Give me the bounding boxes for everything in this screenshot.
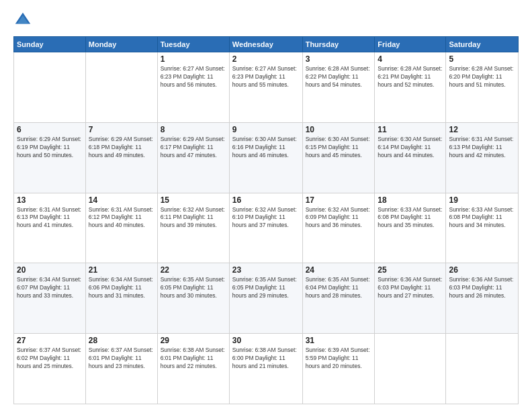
calendar-cell: [375, 334, 446, 404]
day-info: Sunrise: 6:29 AM Sunset: 6:17 PM Dayligh…: [161, 136, 226, 160]
calendar-cell: 5Sunrise: 6:28 AM Sunset: 6:20 PM Daylig…: [446, 52, 519, 123]
logo-icon: [13, 11, 32, 30]
day-info: Sunrise: 6:33 AM Sunset: 6:08 PM Dayligh…: [449, 206, 515, 230]
day-info: Sunrise: 6:31 AM Sunset: 6:12 PM Dayligh…: [89, 206, 154, 230]
col-header-monday: Monday: [85, 37, 157, 52]
day-number: 14: [89, 195, 154, 205]
day-number: 17: [306, 195, 372, 205]
day-info: Sunrise: 6:32 AM Sunset: 6:11 PM Dayligh…: [161, 206, 226, 230]
calendar-cell: 1Sunrise: 6:27 AM Sunset: 6:23 PM Daylig…: [157, 52, 229, 123]
col-header-saturday: Saturday: [446, 37, 519, 52]
day-info: Sunrise: 6:28 AM Sunset: 6:21 PM Dayligh…: [378, 65, 443, 89]
day-info: Sunrise: 6:32 AM Sunset: 6:09 PM Dayligh…: [306, 206, 372, 230]
calendar-cell: 14Sunrise: 6:31 AM Sunset: 6:12 PM Dayli…: [85, 193, 157, 263]
day-info: Sunrise: 6:29 AM Sunset: 6:19 PM Dayligh…: [17, 136, 83, 160]
calendar-cell: 22Sunrise: 6:35 AM Sunset: 6:05 PM Dayli…: [157, 263, 229, 334]
day-info: Sunrise: 6:30 AM Sunset: 6:14 PM Dayligh…: [378, 136, 443, 160]
calendar-cell: 26Sunrise: 6:36 AM Sunset: 6:03 PM Dayli…: [446, 263, 519, 334]
day-number: 16: [232, 195, 300, 205]
calendar-cell: 10Sunrise: 6:30 AM Sunset: 6:15 PM Dayli…: [302, 122, 375, 193]
day-number: 25: [378, 265, 443, 275]
calendar-week-3: 13Sunrise: 6:31 AM Sunset: 6:13 PM Dayli…: [14, 193, 519, 263]
day-number: 27: [17, 336, 83, 345]
col-header-thursday: Thursday: [302, 37, 375, 52]
calendar-cell: 31Sunrise: 6:39 AM Sunset: 5:59 PM Dayli…: [302, 334, 375, 404]
day-info: Sunrise: 6:33 AM Sunset: 6:08 PM Dayligh…: [378, 206, 443, 230]
header: [13, 11, 519, 30]
day-number: 10: [306, 125, 372, 134]
day-number: 29: [161, 336, 226, 345]
day-number: 19: [449, 195, 515, 205]
day-info: Sunrise: 6:37 AM Sunset: 6:01 PM Dayligh…: [89, 347, 154, 371]
day-number: 18: [378, 195, 443, 205]
calendar-cell: 3Sunrise: 6:28 AM Sunset: 6:22 PM Daylig…: [302, 52, 375, 123]
day-number: 7: [89, 125, 154, 134]
day-info: Sunrise: 6:36 AM Sunset: 6:03 PM Dayligh…: [449, 276, 515, 300]
day-info: Sunrise: 6:38 AM Sunset: 6:01 PM Dayligh…: [161, 347, 226, 371]
calendar-cell: [85, 52, 157, 123]
calendar-cell: [446, 334, 519, 404]
day-number: 9: [232, 125, 300, 134]
calendar-cell: 2Sunrise: 6:27 AM Sunset: 6:23 PM Daylig…: [229, 52, 302, 123]
calendar-cell: 21Sunrise: 6:34 AM Sunset: 6:06 PM Dayli…: [85, 263, 157, 334]
day-info: Sunrise: 6:37 AM Sunset: 6:02 PM Dayligh…: [17, 347, 83, 371]
col-header-wednesday: Wednesday: [229, 37, 302, 52]
calendar-cell: 30Sunrise: 6:38 AM Sunset: 6:00 PM Dayli…: [229, 334, 302, 404]
calendar-week-1: 1Sunrise: 6:27 AM Sunset: 6:23 PM Daylig…: [14, 52, 519, 123]
calendar-cell: 27Sunrise: 6:37 AM Sunset: 6:02 PM Dayli…: [14, 334, 86, 404]
calendar-week-2: 6Sunrise: 6:29 AM Sunset: 6:19 PM Daylig…: [14, 122, 519, 193]
day-number: 24: [306, 265, 372, 275]
day-info: Sunrise: 6:27 AM Sunset: 6:23 PM Dayligh…: [232, 65, 300, 89]
calendar-cell: [14, 52, 86, 123]
day-info: Sunrise: 6:28 AM Sunset: 6:22 PM Dayligh…: [306, 65, 372, 89]
day-info: Sunrise: 6:28 AM Sunset: 6:20 PM Dayligh…: [449, 65, 515, 89]
calendar-cell: 13Sunrise: 6:31 AM Sunset: 6:13 PM Dayli…: [14, 193, 86, 263]
calendar-cell: 4Sunrise: 6:28 AM Sunset: 6:21 PM Daylig…: [375, 52, 446, 123]
calendar-week-4: 20Sunrise: 6:34 AM Sunset: 6:07 PM Dayli…: [14, 263, 519, 334]
day-number: 5: [449, 54, 515, 64]
col-header-sunday: Sunday: [14, 37, 86, 52]
day-info: Sunrise: 6:38 AM Sunset: 6:00 PM Dayligh…: [232, 347, 300, 371]
calendar-cell: 19Sunrise: 6:33 AM Sunset: 6:08 PM Dayli…: [446, 193, 519, 263]
logo: [13, 11, 35, 30]
day-info: Sunrise: 6:30 AM Sunset: 6:15 PM Dayligh…: [306, 136, 372, 160]
day-info: Sunrise: 6:27 AM Sunset: 6:23 PM Dayligh…: [161, 65, 226, 89]
day-number: 15: [161, 195, 226, 205]
day-info: Sunrise: 6:32 AM Sunset: 6:10 PM Dayligh…: [232, 206, 300, 230]
day-number: 3: [306, 54, 372, 64]
day-info: Sunrise: 6:31 AM Sunset: 6:13 PM Dayligh…: [17, 206, 83, 230]
day-info: Sunrise: 6:39 AM Sunset: 5:59 PM Dayligh…: [306, 347, 372, 371]
day-info: Sunrise: 6:36 AM Sunset: 6:03 PM Dayligh…: [378, 276, 443, 300]
day-info: Sunrise: 6:29 AM Sunset: 6:18 PM Dayligh…: [89, 136, 154, 160]
calendar-cell: 17Sunrise: 6:32 AM Sunset: 6:09 PM Dayli…: [302, 193, 375, 263]
calendar-cell: 28Sunrise: 6:37 AM Sunset: 6:01 PM Dayli…: [85, 334, 157, 404]
day-number: 8: [161, 125, 226, 134]
day-number: 2: [232, 54, 300, 64]
calendar-cell: 15Sunrise: 6:32 AM Sunset: 6:11 PM Dayli…: [157, 193, 229, 263]
col-header-friday: Friday: [375, 37, 446, 52]
day-number: 23: [232, 265, 300, 275]
calendar-week-5: 27Sunrise: 6:37 AM Sunset: 6:02 PM Dayli…: [14, 334, 519, 404]
calendar-cell: 24Sunrise: 6:35 AM Sunset: 6:04 PM Dayli…: [302, 263, 375, 334]
day-number: 1: [161, 54, 226, 64]
day-number: 20: [17, 265, 83, 275]
day-info: Sunrise: 6:34 AM Sunset: 6:06 PM Dayligh…: [89, 276, 154, 300]
day-number: 6: [17, 125, 83, 134]
calendar-cell: 8Sunrise: 6:29 AM Sunset: 6:17 PM Daylig…: [157, 122, 229, 193]
calendar-table: SundayMondayTuesdayWednesdayThursdayFrid…: [13, 36, 519, 404]
day-info: Sunrise: 6:30 AM Sunset: 6:16 PM Dayligh…: [232, 136, 300, 160]
calendar-cell: 25Sunrise: 6:36 AM Sunset: 6:03 PM Dayli…: [375, 263, 446, 334]
day-number: 28: [89, 336, 154, 345]
day-number: 4: [378, 54, 443, 64]
col-header-tuesday: Tuesday: [157, 37, 229, 52]
day-number: 31: [306, 336, 372, 345]
calendar-cell: 9Sunrise: 6:30 AM Sunset: 6:16 PM Daylig…: [229, 122, 302, 193]
day-number: 22: [161, 265, 226, 275]
calendar-cell: 6Sunrise: 6:29 AM Sunset: 6:19 PM Daylig…: [14, 122, 86, 193]
calendar-cell: 23Sunrise: 6:35 AM Sunset: 6:05 PM Dayli…: [229, 263, 302, 334]
day-number: 30: [232, 336, 300, 345]
day-number: 26: [449, 265, 515, 275]
calendar-header: SundayMondayTuesdayWednesdayThursdayFrid…: [14, 37, 519, 52]
day-number: 12: [449, 125, 515, 134]
day-info: Sunrise: 6:35 AM Sunset: 6:05 PM Dayligh…: [161, 276, 226, 300]
